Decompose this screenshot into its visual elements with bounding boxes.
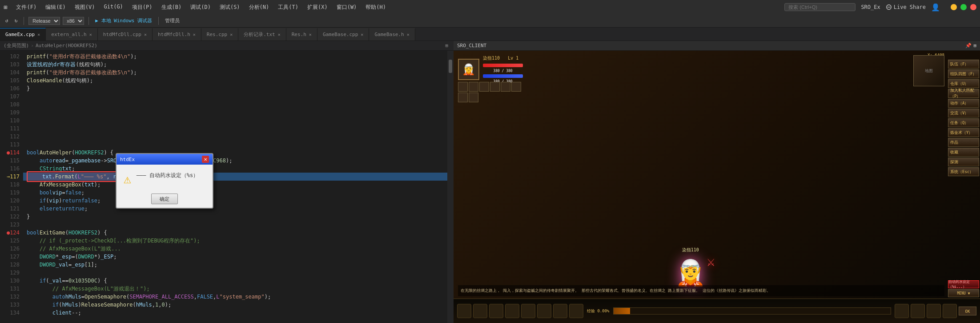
admin-button[interactable]: 管理员 bbox=[163, 16, 181, 25]
menu-view[interactable]: 视图(V) bbox=[73, 3, 97, 12]
sidebar-btn-system[interactable]: 系统（Esc） bbox=[948, 167, 979, 176]
close-button[interactable] bbox=[970, 4, 976, 10]
tab-res-h-label: Res.h bbox=[292, 32, 306, 37]
game-content[interactable]: 🧝 染指110 Lv 1 380 / 380 bbox=[454, 51, 980, 323]
hud-bars: 染指110 Lv 1 380 / 380 380 / 380 bbox=[483, 55, 523, 84]
sidebar-btn-quest[interactable]: 任务（Q） bbox=[948, 118, 979, 127]
sidebar-btn-warehouse[interactable]: 仓库（U） bbox=[948, 79, 979, 88]
skill-slot-10[interactable] bbox=[911, 304, 925, 318]
game-expand-icon[interactable]: ⊞ bbox=[973, 43, 976, 48]
sidebar-btn-craft[interactable]: 作品 bbox=[948, 138, 979, 147]
skill-slot-5[interactable] bbox=[521, 304, 535, 318]
tab-gamebase-h-close[interactable]: ✕ bbox=[407, 32, 410, 37]
menu-extensions[interactable]: 扩展(X) bbox=[305, 3, 329, 12]
skill-slot-12[interactable] bbox=[943, 304, 957, 318]
dialog-close-button[interactable]: ✕ bbox=[202, 156, 209, 163]
toolbar-redo[interactable]: ↻ bbox=[13, 17, 20, 24]
tab-gameex-cpp-close[interactable]: ✕ bbox=[37, 32, 40, 37]
sidebar-btn-alchemy[interactable]: 炼金术（Y） bbox=[948, 128, 979, 137]
account-icon[interactable]: 👤 bbox=[931, 3, 940, 12]
auto-water-button[interactable]: 自动药水设定（%s...） bbox=[948, 280, 979, 288]
breadcrumb-expand-icon[interactable]: ⊞ bbox=[445, 43, 448, 48]
app-icon: ⊞ bbox=[4, 4, 7, 11]
tab-gameex-cpp-label: GameEx.cpp bbox=[5, 32, 35, 37]
menu-project[interactable]: 项目(P) bbox=[130, 3, 154, 12]
tab-htdmfcdll-cpp-label: htdMfcDll.cpp bbox=[103, 32, 141, 37]
tab-res-h[interactable]: Res.h ✕ bbox=[286, 28, 317, 40]
skill-slot-8[interactable] bbox=[569, 304, 583, 318]
tab-extern-all-h-label: extern_all.h bbox=[51, 32, 86, 37]
game-title-label: SRO_CLIENT bbox=[457, 43, 486, 48]
skill-slot-7[interactable] bbox=[553, 304, 567, 318]
platform-selector[interactable]: x86 bbox=[63, 17, 84, 25]
tab-htdmfcdll-h-close[interactable]: ✕ bbox=[193, 32, 196, 37]
game-sidebar: 队伍（F） 组队四图（F） 仓库（U） 加入私人匹配（P） 动作（A） 交流（V… bbox=[948, 60, 979, 176]
sidebar-btn-explore[interactable]: 探测 bbox=[948, 157, 979, 166]
menu-git[interactable]: Git(G) bbox=[102, 3, 125, 12]
toolbar-undo[interactable]: ↺ bbox=[4, 17, 10, 24]
sidebar-btn-collect[interactable]: 收藏 bbox=[948, 148, 979, 157]
minimap: 地图 bbox=[913, 55, 944, 86]
sidebar-btn-action[interactable]: 动作（A） bbox=[948, 99, 979, 108]
buff-icon-5 bbox=[501, 82, 510, 92]
skill-slot-6[interactable] bbox=[537, 304, 551, 318]
ok-button[interactable]: OK bbox=[959, 307, 976, 315]
mp-bar bbox=[483, 74, 523, 78]
editor-panel: (全局范围) › AutoHelper(HOOKREFS2) ⊞ 102 103… bbox=[0, 41, 454, 323]
sidebar-btn-join[interactable]: 加入私人匹配（P） bbox=[948, 89, 979, 98]
tab-extern-all-h[interactable]: extern_all.h ✕ bbox=[46, 28, 98, 40]
tab-htdmfcdll-cpp-close[interactable]: ✕ bbox=[144, 32, 147, 37]
skill-slot-4[interactable] bbox=[505, 304, 519, 318]
menu-build[interactable]: 生成(B) bbox=[160, 3, 184, 12]
game-bottom-hud: 经验 0.00% OK bbox=[454, 299, 980, 323]
search-input[interactable] bbox=[784, 3, 855, 11]
tab-res-h-close[interactable]: ✕ bbox=[309, 32, 312, 37]
dialog-ok-button[interactable]: 确定 bbox=[151, 194, 178, 204]
menu-help[interactable]: 帮助(H) bbox=[364, 3, 388, 12]
menu-edit[interactable]: 编辑(E) bbox=[44, 3, 68, 12]
tab-htdmfcdll-h[interactable]: htdMfcDll.h ✕ bbox=[153, 28, 201, 40]
tab-res-cpp[interactable]: Res.cpp ✕ bbox=[201, 28, 238, 40]
maximize-button[interactable] bbox=[960, 4, 967, 10]
skill-slot-1[interactable] bbox=[457, 304, 471, 318]
tab-gamebase-h[interactable]: GameBase.h ✕ bbox=[369, 28, 415, 40]
skill-slot-2[interactable] bbox=[473, 304, 487, 318]
live-share-label: Live Share bbox=[894, 4, 926, 10]
menu-button[interactable]: MENU ▼ bbox=[948, 289, 979, 297]
tab-res-cpp-close[interactable]: ✕ bbox=[230, 32, 233, 37]
buff-icon-2 bbox=[469, 82, 478, 92]
buff-area bbox=[458, 82, 529, 102]
tab-analysis-txt[interactable]: 分析记录.txt ✕ bbox=[238, 28, 286, 40]
skill-slot-9[interactable] bbox=[895, 304, 909, 318]
sidebar-btn-team[interactable]: 队伍（F） bbox=[948, 60, 979, 69]
tab-gamebase-cpp-label: GameBase.cpp bbox=[323, 32, 358, 37]
menu-debug[interactable]: 调试(D) bbox=[189, 3, 213, 12]
tab-gamebase-h-label: GameBase.h bbox=[374, 32, 404, 37]
live-share-button[interactable]: Live Share bbox=[886, 4, 926, 10]
breadcrumb-separator: › bbox=[31, 43, 34, 48]
menu-file[interactable]: 文件(F) bbox=[14, 3, 38, 12]
menu-analyze[interactable]: 分析(N) bbox=[247, 3, 271, 12]
dialog-footer: 确定 bbox=[116, 190, 213, 208]
game-character: 🧝 ⚔ 染指110 bbox=[675, 258, 706, 287]
tab-analysis-txt-close[interactable]: ✕ bbox=[278, 32, 281, 37]
tab-htdmfcdll-cpp[interactable]: htdMfcDll.cpp ✕ bbox=[98, 28, 153, 40]
dialog-title-text: htdEx bbox=[120, 157, 135, 162]
tab-gamebase-cpp[interactable]: GameBase.cpp ✕ bbox=[317, 28, 370, 40]
code-area[interactable]: 102 103 104 105 106 107 108 109 110 111 … bbox=[0, 51, 454, 323]
minimize-button[interactable] bbox=[951, 4, 957, 10]
main-area: (全局范围) › AutoHelper(HOOKREFS2) ⊞ 102 103… bbox=[0, 41, 980, 323]
tab-gameex-cpp[interactable]: GameEx.cpp ✕ bbox=[0, 28, 46, 40]
skill-slot-3[interactable] bbox=[489, 304, 503, 318]
config-selector[interactable]: Release bbox=[28, 17, 60, 25]
tab-extern-all-h-close[interactable]: ✕ bbox=[89, 32, 92, 37]
skill-slot-11[interactable] bbox=[927, 304, 941, 318]
menu-window[interactable]: 窗口(W) bbox=[335, 3, 359, 12]
game-pin-icon[interactable]: 📌 bbox=[965, 43, 972, 48]
sidebar-btn-party[interactable]: 组队四图（F） bbox=[948, 69, 979, 78]
menu-tools[interactable]: 工具(T) bbox=[276, 3, 300, 12]
sidebar-btn-exchange[interactable]: 交流（V） bbox=[948, 109, 979, 117]
tab-gamebase-cpp-close[interactable]: ✕ bbox=[361, 32, 363, 37]
run-button[interactable]: ▶ 本地 Windows 调试器 bbox=[93, 16, 154, 25]
menu-test[interactable]: 测试(S) bbox=[218, 3, 242, 12]
